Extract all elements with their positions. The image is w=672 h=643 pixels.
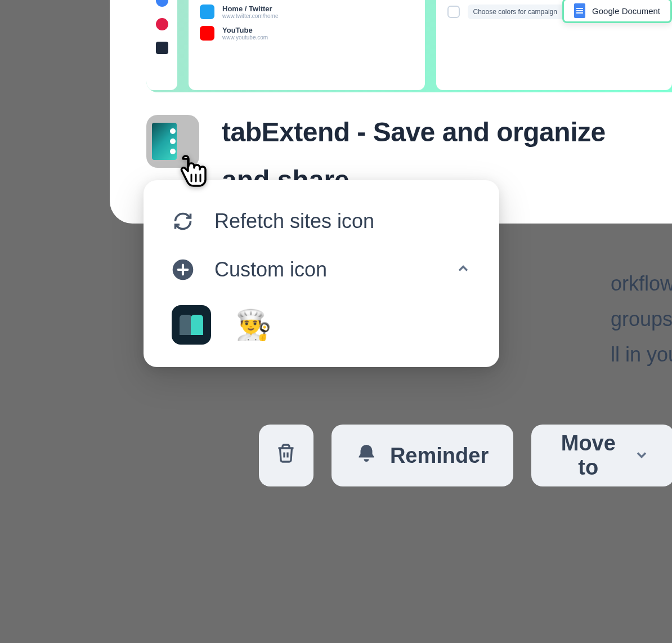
site-preview-thumbnail: Grammarly app.grammarly.com Home / Twitt… [146,0,672,92]
refresh-icon [172,211,194,231]
action-bar: Reminder Move to [259,425,672,486]
mock-sites-panel: Grammarly app.grammarly.com Home / Twitt… [189,0,425,90]
site-description: orkflow. Use o groups. Add ll in your ne… [611,266,672,372]
mock-item-title: Home / Twitter [222,5,278,13]
google-document-popup: Google Document [562,0,672,23]
site-title: tabExtend - Save and organize [222,115,606,150]
cursor-pointer-icon [178,154,210,193]
more-vertical-icon [170,128,176,154]
chevron-up-icon [455,261,471,279]
youtube-icon [200,26,214,41]
move-to-button[interactable]: Move to [531,425,672,486]
mock-site-item: YouTube www.youtube.com [200,26,414,41]
google-doc-label: Google Document [592,6,660,16]
description-line: groups. Add [611,301,672,337]
description-line: ll in your new [611,337,672,372]
description-line: orkflow. Use o [611,266,672,301]
custom-icon-label: Custom icon [214,258,435,282]
checkbox-icon [447,6,460,18]
refetch-label: Refetch sites icon [214,209,471,233]
reminder-label: Reminder [390,444,489,468]
trash-icon [276,443,296,468]
mock-app-sidebar [146,0,177,90]
reminder-button[interactable]: Reminder [331,425,513,486]
tabextend-logo-icon [180,315,203,335]
mock-item-sub: www.twitter.com/home [222,13,278,19]
mock-item-title: YouTube [222,26,268,34]
google-doc-icon [574,3,585,18]
bell-icon [356,443,377,468]
mock-item-sub: www.youtube.com [222,34,268,41]
twitter-icon [200,5,214,19]
mock-site-item: Home / Twitter www.twitter.com/home [200,5,414,19]
mock-sidebar-dot [156,42,168,54]
chevron-down-icon [634,444,649,468]
delete-button[interactable] [259,425,313,486]
icon-option-tabextend[interactable] [172,305,211,345]
icon-context-menu: Refetch sites icon Custom icon 👨‍🍳 [144,180,499,367]
move-to-label: Move to [556,431,620,480]
chef-emoji-icon: 👨‍🍳 [235,308,272,342]
plus-circle-icon [172,258,194,281]
icon-option-emoji[interactable]: 👨‍🍳 [234,305,273,345]
refetch-icon-menu-item[interactable]: Refetch sites icon [144,197,499,245]
icon-options-row: 👨‍🍳 [144,294,499,350]
mock-sidebar-dot [156,0,168,7]
custom-icon-menu-item[interactable]: Custom icon [144,245,499,294]
mock-sidebar-dot [156,18,168,30]
